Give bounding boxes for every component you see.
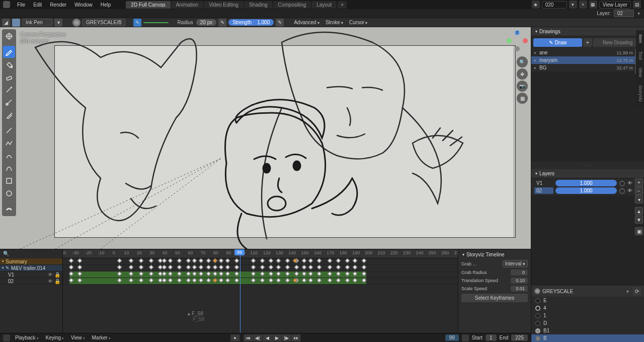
keyframe[interactable] [251,271,256,277]
interval-select[interactable]: Interval ▾ [503,260,528,267]
keyframe[interactable] [192,271,197,277]
keyframe[interactable] [192,265,197,270]
new-drawing-button[interactable]: New Drawing [593,38,642,47]
pan-icon[interactable]: ✥ [517,69,528,80]
jump-start-button[interactable]: ⏮ [244,334,253,341]
keyframe[interactable] [219,278,224,283]
material-refresh-icon[interactable]: ⟳ [633,287,641,295]
material-1[interactable]: 1 [531,312,644,319]
keyframe[interactable] [308,271,313,277]
keyframe[interactable] [117,258,122,263]
keyframe[interactable] [362,258,367,263]
layer-up-icon[interactable]: ▲ [635,207,643,215]
axis-y-icon[interactable] [507,38,512,43]
brush-preview-icon[interactable] [12,19,20,27]
keyframe[interactable] [117,278,122,283]
eyedropper-tool[interactable] [3,109,15,121]
material-B[interactable]: B [531,334,644,342]
jump-end-button[interactable]: ⏭ [291,334,300,341]
scene-name-field[interactable]: 020 [542,1,567,9]
view-layer-field[interactable]: View Layer [599,1,631,9]
keyframe[interactable] [206,278,211,283]
menu-file[interactable]: File [13,1,29,9]
cursor-tool[interactable] [3,30,15,42]
keyframe[interactable] [302,258,307,263]
keyframe[interactable] [128,265,133,270]
keyframe[interactable] [68,258,73,263]
keyframe[interactable] [308,278,313,283]
keyframe[interactable] [308,258,313,263]
keyframe[interactable] [212,265,217,270]
play-button[interactable]: ▶ [272,334,281,341]
keyframe[interactable] [149,278,154,283]
keyframe[interactable] [276,278,281,283]
timeline-tracks-area[interactable]: -40-30-20-100102030405060708090100110120… [63,249,458,333]
keyframe[interactable] [269,265,274,270]
keyframe[interactable] [225,258,230,263]
keyframe[interactable] [294,271,299,277]
keyframe[interactable] [327,271,332,277]
viewport-3d[interactable]: Camera Perspective (99) maryam [0,27,531,249]
keyframe[interactable] [317,258,322,263]
keyframe[interactable] [234,271,239,277]
keyframe[interactable] [302,278,307,283]
keyframe[interactable] [186,258,191,263]
track-02[interactable] [63,278,458,285]
workspace-tab-2d-full-canvas[interactable]: 2D Full Canvas [126,1,170,9]
tab-tool[interactable]: Tool [636,47,644,64]
keyframe[interactable] [149,265,154,270]
track-object[interactable] [63,265,458,271]
end-frame-field[interactable]: 225 [511,334,528,341]
keyframe[interactable] [162,278,167,283]
axis-neg-icon[interactable] [515,46,520,51]
keyframe[interactable] [269,271,274,277]
interpolate-tool[interactable] [3,203,15,215]
brush-name-field[interactable]: Ink Pen [22,19,52,26]
keyframe[interactable] [198,278,203,283]
keyframe[interactable] [285,265,290,270]
keyframe[interactable] [234,258,239,263]
prev-keyframe-button[interactable]: ◀| [253,334,262,341]
camera-view-icon[interactable]: 📷 [517,81,528,92]
keyframe[interactable] [362,278,367,283]
circle-tool[interactable] [3,187,15,199]
line-tool[interactable] [3,124,15,136]
keyframe[interactable] [138,278,143,283]
keyframe[interactable] [168,278,173,283]
keyframe[interactable] [168,258,173,263]
tab-view[interactable]: View [636,63,644,81]
keyframe[interactable] [212,278,217,283]
material-D[interactable]: D [531,319,644,327]
keyframe[interactable] [336,271,341,277]
keyframe[interactable] [177,278,182,283]
scene-icon[interactable]: ◈ [532,1,540,9]
track-v1-header[interactable]: V1👁 🔒 [0,271,62,278]
fill-tool[interactable] [3,58,15,71]
keyframe[interactable] [260,271,265,277]
keyframe[interactable] [308,265,313,270]
next-keyframe-button[interactable]: |▶ [282,334,291,341]
keyframe[interactable] [317,278,322,283]
keyframe[interactable] [68,278,73,283]
workspace-tab-layout[interactable]: Layout [311,1,337,9]
editor-type-icon[interactable]: ◢ [2,19,10,27]
keyframe[interactable] [260,258,265,263]
cutter-tool[interactable] [3,96,15,108]
keyframe[interactable] [168,271,173,277]
menu-window[interactable]: Window [70,1,97,9]
keyframe[interactable] [192,258,197,263]
keyframe[interactable] [162,258,167,263]
keyframe[interactable] [68,265,73,270]
storyviz-scale-speed[interactable]: Scale Speed0.01 [459,285,530,293]
material-ball-icon[interactable] [72,19,80,27]
drawings-panel-header[interactable]: Drawings [531,27,644,36]
keyframe[interactable] [353,271,358,277]
keyframe[interactable] [77,271,83,277]
curve-tool[interactable] [3,162,15,174]
layer-row-02[interactable]: 021.000◯👁🔒 [533,187,642,194]
drawing-item-BG[interactable]: ▸BG32.47 m👁 [531,64,644,72]
material-name-field[interactable]: GREYSCALE/B [83,19,125,26]
drawing-item-ane[interactable]: ▸ane11.99 m👁 [531,49,644,56]
keyframe[interactable] [345,258,350,263]
timeline-editor-icon[interactable] [3,334,10,341]
